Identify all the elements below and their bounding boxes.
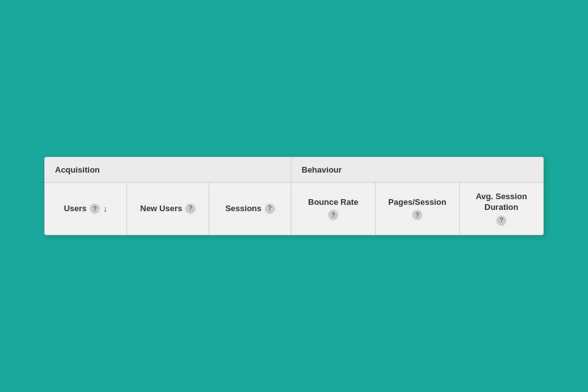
pages-session-column: Pages/Session ? xyxy=(376,183,460,235)
analytics-table: Acquisition Behaviour Users ? ↓ xyxy=(44,157,544,235)
users-help-icon[interactable]: ? xyxy=(90,204,100,214)
acquisition-columns: Users ? ↓ New Users ? xyxy=(45,183,291,235)
sessions-column: Sessions ? xyxy=(209,183,291,235)
columns-row: Users ? ↓ New Users ? xyxy=(45,183,543,235)
new-users-column: New Users ? xyxy=(127,183,209,235)
users-column: Users ? ↓ xyxy=(45,183,127,235)
bounce-rate-label: Bounce Rate xyxy=(308,197,358,208)
new-users-help-icon[interactable]: ? xyxy=(185,204,195,214)
pages-session-help-icon[interactable]: ? xyxy=(412,210,422,220)
behaviour-columns: Bounce Rate ? Pages/Session ? Avg. Sessi… xyxy=(291,183,543,235)
acquisition-section-header: Acquisition xyxy=(45,157,291,182)
sessions-help-icon[interactable]: ? xyxy=(265,204,275,214)
avg-session-duration-column: Avg. Session Duration ? xyxy=(460,183,543,235)
section-headers-row: Acquisition Behaviour xyxy=(45,157,543,183)
bounce-rate-help-icon[interactable]: ? xyxy=(328,210,338,220)
pages-session-label: Pages/Session xyxy=(388,197,446,208)
avg-session-duration-label: Avg. Session Duration xyxy=(466,192,537,213)
users-label: Users xyxy=(64,204,87,214)
behaviour-section-header: Behaviour xyxy=(291,157,543,182)
sessions-label: Sessions xyxy=(225,204,261,214)
users-sort-arrow[interactable]: ↓ xyxy=(103,203,107,214)
avg-session-duration-help-icon[interactable]: ? xyxy=(496,216,506,226)
bounce-rate-column: Bounce Rate ? xyxy=(291,183,376,235)
new-users-label: New Users xyxy=(140,204,182,214)
